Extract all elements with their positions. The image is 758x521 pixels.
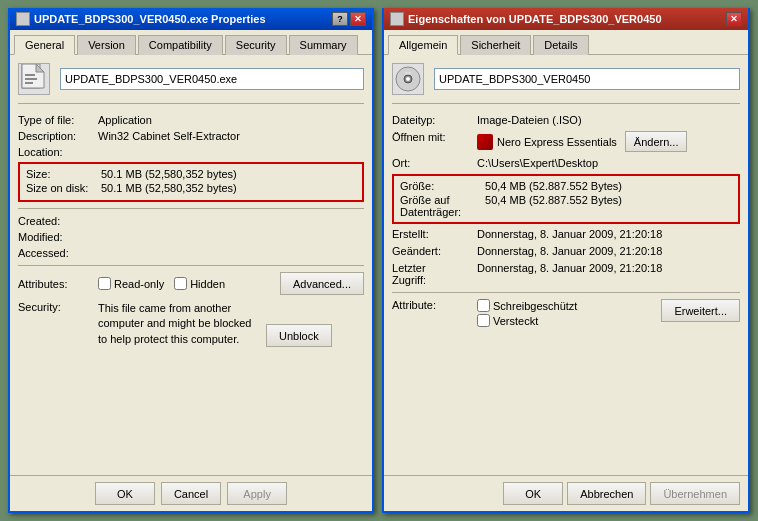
svg-point-9 bbox=[405, 72, 411, 75]
uebernehmen-button[interactable]: Übernehmen bbox=[650, 482, 740, 505]
versteckt-checkbox[interactable] bbox=[477, 314, 490, 327]
size-box: Size: 50.1 MB (52,580,352 bytes) Size on… bbox=[18, 162, 364, 202]
erweitert-button[interactable]: Erweitert... bbox=[661, 299, 740, 322]
right-dialog: Eigenschaften von UPDATE_BDPS300_VER0450… bbox=[382, 8, 750, 513]
right-file-name-input[interactable] bbox=[434, 68, 740, 90]
size-row: Size: 50.1 MB (52,580,352 bytes) bbox=[26, 168, 356, 180]
left-dialog-footer: OK Cancel Apply bbox=[10, 475, 372, 511]
dateityp-row: Dateityp: Image-Dateien (.ISO) bbox=[392, 114, 740, 126]
left-title-icon bbox=[16, 12, 30, 26]
left-title-bar: UPDATE_BDPS300_VER0450.exe Properties ? … bbox=[10, 8, 372, 30]
tab-general[interactable]: General bbox=[14, 35, 75, 55]
close-button-right[interactable]: ✕ bbox=[726, 12, 742, 26]
letzter-label: LetzterZugriff: bbox=[392, 262, 477, 286]
size-label: Size: bbox=[26, 168, 101, 180]
security-label: Security: bbox=[18, 301, 98, 313]
modified-label: Modified: bbox=[18, 231, 98, 243]
groesse-value: 50,4 MB (52.887.552 Bytes) bbox=[485, 180, 732, 192]
advanced-button[interactable]: Advanced... bbox=[280, 272, 364, 295]
tab-sicherheit[interactable]: Sicherheit bbox=[460, 35, 531, 55]
right-attributes-label: Attribute: bbox=[392, 299, 477, 311]
tab-bar-left: General Version Compatibility Security S… bbox=[10, 30, 372, 55]
right-content: Dateityp: Image-Dateien (.ISO) Öffnen mi… bbox=[384, 55, 748, 475]
hidden-label: Hidden bbox=[190, 278, 225, 290]
schreibgeschuetzt-label[interactable]: Schreibgeschützt bbox=[477, 299, 577, 312]
size-on-disk-row: Size on disk: 50.1 MB (52,580,352 bytes) bbox=[26, 182, 356, 194]
geaendert-value: Donnerstag, 8. Januar 2009, 21:20:18 bbox=[477, 245, 740, 257]
erstellt-label: Erstellt: bbox=[392, 228, 477, 240]
nero-label: Nero Express Essentials bbox=[497, 136, 617, 148]
right-attributes-row: Attribute: Schreibgeschützt Versteckt Er… bbox=[392, 299, 740, 327]
location-row: Location: bbox=[18, 146, 364, 158]
schreibgeschuetzt-text: Schreibgeschützt bbox=[493, 300, 577, 312]
size-on-disk-label: Size on disk: bbox=[26, 182, 101, 194]
description-value: Win32 Cabinet Self-Extractor bbox=[98, 130, 364, 142]
letzter-value: Donnerstag, 8. Januar 2009, 21:20:18 bbox=[477, 262, 740, 274]
tab-details[interactable]: Details bbox=[533, 35, 589, 55]
left-content: Type of file: Application Description: W… bbox=[10, 55, 372, 475]
accessed-label: Accessed: bbox=[18, 247, 98, 259]
right-file-header bbox=[392, 63, 740, 104]
created-label: Created: bbox=[18, 215, 98, 227]
apply-button-left[interactable]: Apply bbox=[227, 482, 287, 505]
right-dialog-title: Eigenschaften von UPDATE_BDPS300_VER0450 bbox=[408, 13, 662, 25]
size-value: 50.1 MB (52,580,352 bytes) bbox=[101, 168, 237, 180]
tab-allgemein[interactable]: Allgemein bbox=[388, 35, 458, 55]
unblock-button[interactable]: Unblock bbox=[266, 324, 332, 347]
svg-rect-3 bbox=[25, 74, 35, 76]
readonly-checkbox[interactable] bbox=[98, 277, 111, 290]
security-text: This file came from another computer and… bbox=[98, 301, 258, 347]
hidden-checkbox[interactable] bbox=[174, 277, 187, 290]
ok-button-left[interactable]: OK bbox=[95, 482, 155, 505]
location-label: Location: bbox=[18, 146, 98, 158]
file-icon-left bbox=[18, 63, 50, 95]
ort-row: Ort: C:\Users\Expert\Desktop bbox=[392, 157, 740, 169]
file-name-input[interactable] bbox=[60, 68, 364, 90]
oeffnen-label: Öffnen mit: bbox=[392, 131, 477, 143]
description-row: Description: Win32 Cabinet Self-Extracto… bbox=[18, 130, 364, 142]
versteckt-text: Versteckt bbox=[493, 315, 538, 327]
erstellt-value: Donnerstag, 8. Januar 2009, 21:20:18 bbox=[477, 228, 740, 240]
right-title-icon bbox=[390, 12, 404, 26]
right-dialog-footer: OK Abbrechen Übernehmen bbox=[384, 475, 748, 511]
groesse-label: Größe: bbox=[400, 180, 485, 192]
left-dialog: UPDATE_BDPS300_VER0450.exe Properties ? … bbox=[8, 8, 374, 513]
svg-point-8 bbox=[406, 77, 410, 81]
right-title-bar: Eigenschaften von UPDATE_BDPS300_VER0450… bbox=[384, 8, 748, 30]
ort-value: C:\Users\Expert\Desktop bbox=[477, 157, 740, 169]
geaendert-row: Geändert: Donnerstag, 8. Januar 2009, 21… bbox=[392, 245, 740, 257]
ort-label: Ort: bbox=[392, 157, 477, 169]
readonly-checkbox-label[interactable]: Read-only bbox=[98, 277, 164, 290]
aendern-button[interactable]: Ändern... bbox=[625, 131, 688, 152]
cancel-button-left[interactable]: Cancel bbox=[161, 482, 221, 505]
tab-security[interactable]: Security bbox=[225, 35, 287, 55]
geaendert-label: Geändert: bbox=[392, 245, 477, 257]
left-dialog-title: UPDATE_BDPS300_VER0450.exe Properties bbox=[34, 13, 266, 25]
oeffnen-row: Öffnen mit: Nero Express Essentials Ände… bbox=[392, 131, 740, 152]
ok-button-right[interactable]: OK bbox=[503, 482, 563, 505]
tab-compatibility[interactable]: Compatibility bbox=[138, 35, 223, 55]
hidden-checkbox-label[interactable]: Hidden bbox=[174, 277, 225, 290]
dateityp-label: Dateityp: bbox=[392, 114, 477, 126]
type-row: Type of file: Application bbox=[18, 114, 364, 126]
tab-summary[interactable]: Summary bbox=[289, 35, 358, 55]
security-row: Security: This file came from another co… bbox=[18, 301, 364, 347]
tab-version[interactable]: Version bbox=[77, 35, 136, 55]
help-button[interactable]: ? bbox=[332, 12, 348, 26]
groesse-disk-row: Größe auf Datenträger: 50,4 MB (52.887.5… bbox=[400, 194, 732, 218]
groesse-row: Größe: 50,4 MB (52.887.552 Bytes) bbox=[400, 180, 732, 192]
svg-rect-5 bbox=[25, 82, 33, 84]
accessed-row: Accessed: bbox=[18, 247, 364, 259]
groesse-disk-label: Größe auf Datenträger: bbox=[400, 194, 485, 218]
tab-bar-right: Allgemein Sicherheit Details bbox=[384, 30, 748, 55]
type-value: Application bbox=[98, 114, 364, 126]
schreibgeschuetzt-checkbox[interactable] bbox=[477, 299, 490, 312]
svg-rect-4 bbox=[25, 78, 37, 80]
dateityp-value: Image-Dateien (.ISO) bbox=[477, 114, 740, 126]
abbrechen-button[interactable]: Abbrechen bbox=[567, 482, 646, 505]
type-label: Type of file: bbox=[18, 114, 98, 126]
size-on-disk-value: 50.1 MB (52,580,352 bytes) bbox=[101, 182, 237, 194]
readonly-label: Read-only bbox=[114, 278, 164, 290]
close-button[interactable]: ✕ bbox=[350, 12, 366, 26]
versteckt-label[interactable]: Versteckt bbox=[477, 314, 577, 327]
